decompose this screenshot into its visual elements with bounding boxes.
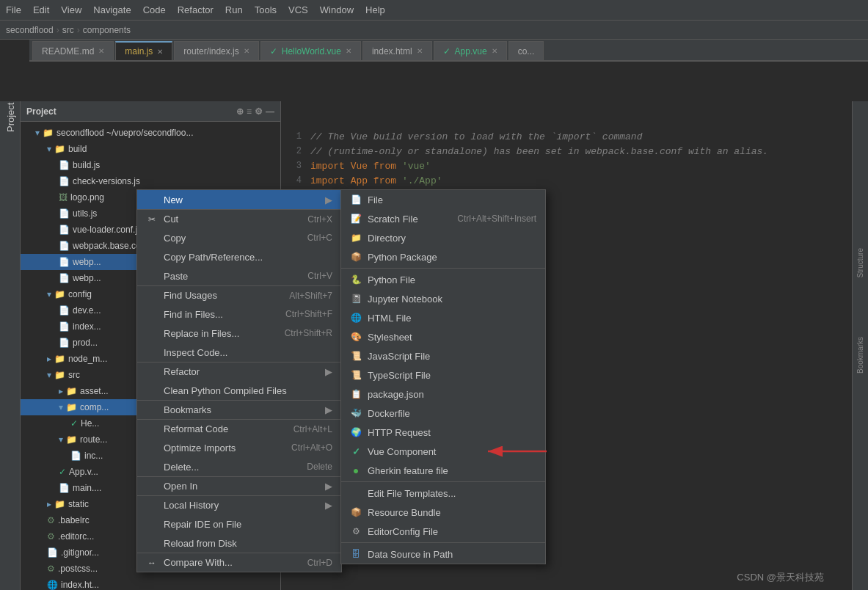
tab-readme-close[interactable]: ✕ bbox=[98, 47, 104, 55]
sm-http-request[interactable]: 🌍 HTTP Request bbox=[341, 423, 545, 442]
ctx-find-usages[interactable]: Find Usages Alt+Shift+7 bbox=[137, 285, 341, 305]
ctx-compare[interactable]: ↔ Compare With... Ctrl+D bbox=[137, 553, 341, 572]
tab-index-html-close[interactable]: ✕ bbox=[417, 47, 423, 55]
menu-navigate[interactable]: Navigate bbox=[93, 4, 131, 15]
menu-refactor[interactable]: Refactor bbox=[178, 4, 214, 15]
menu-run[interactable]: Run bbox=[225, 4, 243, 15]
menu-vcs[interactable]: VCS bbox=[288, 4, 308, 15]
sm-resource-bundle[interactable]: 📦 Resource Bundle bbox=[341, 503, 545, 522]
close-panel-icon[interactable]: — bbox=[266, 106, 274, 117]
add-icon[interactable]: ⊕ bbox=[236, 106, 244, 117]
tab-main-js-close[interactable]: ✕ bbox=[157, 48, 163, 56]
ctx-repair-icon bbox=[146, 518, 158, 530]
sm-python-package[interactable]: 📦 Python Package bbox=[341, 247, 545, 266]
ctx-local-history[interactable]: Local History ▶ bbox=[137, 495, 341, 514]
sm-gherkin[interactable]: ● Gherkin feature file bbox=[341, 461, 545, 480]
tree-main-file-label: main.... bbox=[73, 483, 101, 493]
sm-vue-label: Vue Component bbox=[368, 446, 436, 457]
tab-app-vue[interactable]: ✓ App.vue ✕ bbox=[434, 41, 507, 60]
ctx-bookmarks[interactable]: Bookmarks ▶ bbox=[137, 400, 341, 419]
tree-index-html[interactable]: 🌐 index.ht... bbox=[21, 577, 280, 590]
sm-package-json[interactable]: 📋 package.json bbox=[341, 385, 545, 404]
sm-stylesheet[interactable]: 🎨 Stylesheet bbox=[341, 327, 545, 346]
ctx-reload-disk[interactable]: Reload from Disk bbox=[137, 533, 341, 553]
ctx-delete[interactable]: Delete... Delete bbox=[137, 457, 341, 476]
tree-build[interactable]: ▾ 📁 build bbox=[21, 141, 280, 157]
tree-assets-label: asset... bbox=[80, 386, 109, 396]
ctx-find-files[interactable]: Find in Files... Ctrl+Shift+F bbox=[137, 305, 341, 324]
sm-vue-component[interactable]: ✓ Vue Component bbox=[341, 442, 545, 461]
tree-src-label: src bbox=[68, 370, 80, 380]
ctx-copy-path[interactable]: Copy Path/Reference... bbox=[137, 247, 341, 266]
ctx-new[interactable]: New ▶ bbox=[137, 190, 341, 209]
assets-folder-icon: 📁 bbox=[66, 386, 77, 396]
sm-dockerfile[interactable]: 🐳 Dockerfile bbox=[341, 404, 545, 423]
ctx-inspect-code[interactable]: Inspect Code... bbox=[137, 343, 341, 362]
tab-index-html[interactable]: index.html ✕ bbox=[362, 41, 432, 60]
utils-file-icon: 📄 bbox=[59, 208, 70, 219]
menu-window[interactable]: Window bbox=[320, 4, 354, 15]
ctx-find-usages-label: Find Usages bbox=[164, 290, 217, 301]
sm-ts-file[interactable]: 📜 TypeScript File bbox=[341, 365, 545, 385]
tab-helloworld[interactable]: ✓ HelloWorld.vue ✕ bbox=[260, 41, 361, 60]
ctx-paste[interactable]: Paste Ctrl+V bbox=[137, 266, 341, 285]
ctx-refactor[interactable]: Refactor ▶ bbox=[137, 362, 341, 381]
ctx-paste-icon bbox=[146, 270, 158, 282]
tab-router-close[interactable]: ✕ bbox=[244, 47, 249, 55]
breadcrumb-item-3[interactable]: components bbox=[83, 25, 131, 35]
tree-static-label: static bbox=[68, 499, 89, 509]
sm-data-source[interactable]: 🗄 Data Source in Path bbox=[341, 545, 545, 564]
menu-file[interactable]: File bbox=[6, 4, 21, 15]
align-icon[interactable]: ≡ bbox=[247, 106, 252, 117]
breadcrumb-item-2[interactable]: src bbox=[62, 25, 74, 35]
menu-tools[interactable]: Tools bbox=[255, 4, 277, 15]
settings-icon[interactable]: ⚙ bbox=[255, 106, 263, 117]
ctx-replace-files[interactable]: Replace in Files... Ctrl+Shift+R bbox=[137, 324, 341, 343]
config-folder-icon: 📁 bbox=[54, 289, 65, 299]
ctx-optimize-shortcut: Ctrl+Alt+O bbox=[291, 442, 332, 453]
menu-view[interactable]: View bbox=[61, 4, 81, 15]
ctx-copy[interactable]: Copy Ctrl+C bbox=[137, 228, 341, 247]
tab-helloworld-close[interactable]: ✕ bbox=[346, 47, 351, 55]
tab-main-js[interactable]: main.js ✕ bbox=[115, 41, 172, 60]
tab-app-vue-close[interactable]: ✕ bbox=[492, 47, 497, 55]
sm-edit-templates-label: Edit File Templates... bbox=[368, 488, 456, 499]
sm-js-file[interactable]: 📜 JavaScript File bbox=[341, 346, 545, 365]
ctx-optimize[interactable]: Optimize Imports Ctrl+Alt+O bbox=[137, 438, 341, 457]
bookmarks-label[interactable]: Bookmarks bbox=[856, 337, 864, 374]
sm-file[interactable]: 📄 File bbox=[341, 190, 545, 209]
structure-label[interactable]: Structure bbox=[856, 248, 864, 278]
watermark: CSDN @景天科技苑 bbox=[737, 571, 824, 584]
tree-check-versions[interactable]: 📄 check-versions.js bbox=[21, 173, 280, 189]
menu-edit[interactable]: Edit bbox=[33, 4, 49, 15]
ctx-optimize-label: Optimize Imports bbox=[164, 442, 236, 454]
menu-code[interactable]: Code bbox=[143, 4, 166, 15]
tree-postcss-label: .postcss... bbox=[58, 564, 98, 574]
sm-editor-config[interactable]: ⚙ EditorConfig File bbox=[341, 522, 545, 541]
folder-icon: ▾ bbox=[35, 128, 40, 138]
sm-scratch-file[interactable]: 📝 Scratch File Ctrl+Alt+Shift+Insert bbox=[341, 209, 545, 228]
ctx-open-in[interactable]: Open In ▶ bbox=[137, 476, 341, 495]
menu-help[interactable]: Help bbox=[365, 4, 385, 15]
tab-readme[interactable]: README.md ✕ bbox=[32, 41, 114, 60]
sm-html-file[interactable]: 🌐 HTML File bbox=[341, 308, 545, 327]
tab-co[interactable]: co... bbox=[508, 41, 544, 60]
ctx-reload-icon bbox=[146, 537, 158, 549]
ctx-copy-path-icon bbox=[146, 251, 158, 263]
sm-jupyter[interactable]: 📓 Jupyter Notebook bbox=[341, 289, 545, 308]
sm-python-file[interactable]: 🐍 Python File bbox=[341, 270, 545, 289]
tab-router[interactable]: router/index.js ✕ bbox=[174, 41, 258, 60]
tree-build-js[interactable]: 📄 build.js bbox=[21, 157, 280, 173]
dev-file-icon: 📄 bbox=[59, 305, 70, 316]
sm-directory[interactable]: 📁 Directory bbox=[341, 228, 545, 247]
sm-edit-templates[interactable]: Edit File Templates... bbox=[341, 484, 545, 503]
ctx-cut[interactable]: ✂ Cut Ctrl+X bbox=[137, 209, 341, 228]
ctx-reformat[interactable]: Reformat Code Ctrl+Alt+L bbox=[137, 419, 341, 438]
ctx-repair-ide[interactable]: Repair IDE on File bbox=[137, 514, 341, 533]
project-icon[interactable]: Project bbox=[0, 106, 22, 129]
tree-root[interactable]: ▾ 📁 secondflood ~/vuepro/secondfloo... bbox=[21, 125, 280, 141]
ctx-clean-python[interactable]: Clean Python Compiled Files bbox=[137, 381, 341, 400]
index-config-icon: 📄 bbox=[59, 321, 70, 332]
breadcrumb-item-1[interactable]: secondflood bbox=[6, 25, 54, 35]
code-content-1: // The Vue build version to load with th… bbox=[310, 131, 642, 142]
